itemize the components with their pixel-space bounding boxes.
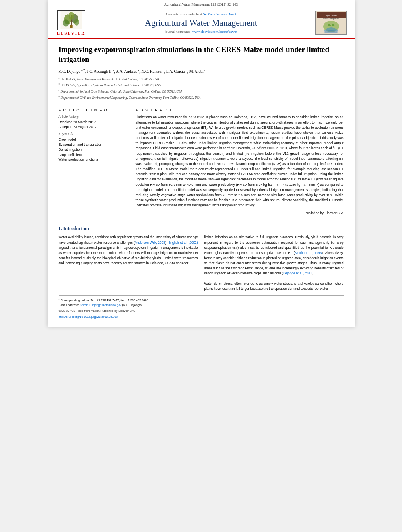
history-label: Article history: [59, 115, 130, 119]
keyword-1: Crop model [59, 137, 130, 142]
article-body: Improving evapotranspiration simulations… [48, 39, 355, 327]
section-title: Introduction [63, 226, 89, 231]
keyword-2: Evaporation and transpiration [59, 142, 130, 147]
footnote-area: * Corresponding author. Tel.: +1 970 492… [59, 295, 344, 319]
email-footnote: E-mail address: Kendall.Dejonge@ars.usda… [59, 303, 344, 307]
published-by: Published by Elsevier B.V. [136, 211, 344, 215]
doi-line: http://dx.doi.org/10.1016/j.agwat.2012.0… [59, 315, 344, 319]
intro-para-1: Water availability issues, combined with… [59, 235, 198, 266]
accepted-date: Accepted 23 August 2012 [59, 125, 130, 129]
journal-top-bar: Agricultural Water Management 115 (2012)… [56, 2, 347, 6]
elsevier-brand-text: ELSEVIER [57, 31, 85, 35]
smith-link[interactable]: Smith et al., 1996 [295, 251, 322, 255]
elsevier-logo: ELSEVIER [56, 10, 87, 35]
email-label: E-mail address: [59, 303, 79, 307]
section-divider [59, 221, 344, 221]
email-link[interactable]: Kendall.Dejonge@ars.usda.gov [80, 303, 122, 307]
affiliation-c: c Department of Soil and Crop Sciences, … [59, 88, 344, 94]
article-info-abstract: A R T I C L E I N F O Article history: R… [59, 106, 344, 215]
journal-main-title: Agricultural Water Management [91, 18, 311, 28]
svg-rect-7 [70, 25, 72, 28]
doi-link[interactable]: http://dx.doi.org/10.1016/j.agwat.2012.0… [59, 315, 118, 319]
journal-banner: ELSEVIER Contents lists available at Sci… [56, 8, 347, 38]
contents-line: Contents lists available at SciVerse Sci… [91, 12, 311, 16]
article-info-heading: A R T I C L E I N F O [59, 108, 130, 112]
homepage-label: journal homepage: [165, 30, 191, 33]
journal-header: Agricultural Water Management 115 (2012)… [48, 0, 355, 39]
svg-point-4 [68, 12, 74, 20]
intro-col-right: limited irrigation as an alternative to … [204, 235, 344, 291]
intro-para-3: Water deficit stress, often referred to … [204, 281, 344, 291]
sciverse-link[interactable]: SciVerse ScienceDirect [203, 12, 236, 16]
received-date: Received 28 March 2012 [59, 120, 130, 124]
svg-text:Agricultural: Agricultural [326, 14, 337, 17]
journal-logo-right: Agricultural Water Management [315, 11, 347, 35]
affiliations: a USDA-ARS, Water Management Research Un… [59, 76, 344, 100]
affiliation-d: d Department of Civil and Environmental … [59, 95, 344, 100]
svg-point-5 [63, 19, 69, 26]
authors-line: K.C. Dejonge a,*, J.C. Ascough II b, A.A… [59, 68, 344, 73]
svg-point-6 [74, 19, 79, 26]
journal-title-center: Contents lists available at SciVerse Sci… [87, 12, 315, 33]
dejonge-link[interactable]: Dejonge et al., 2011 [283, 271, 312, 275]
section-number: 1. [59, 226, 62, 231]
article-info-col: A R T I C L E I N F O Article history: R… [59, 106, 130, 215]
homepage-line: journal homepage: www.elsevier.com/locat… [91, 30, 311, 33]
intro-col-left: Water availability issues, combined with… [59, 235, 198, 291]
issn-line: 0378-3774/$ – see front matter. Publishe… [59, 309, 344, 313]
english-link[interactable]: English et al. (2002) [169, 241, 198, 245]
page: Agricultural Water Management 115 (2012)… [48, 0, 355, 327]
abstract-heading: A B S T R A C T [136, 108, 344, 112]
authors-text: K.C. Dejonge a,*, J.C. Ascough II b, A.A… [59, 69, 206, 74]
homepage-link[interactable]: www.elsevier.com/locate/agwat [192, 30, 237, 33]
intro-title: 1. Introduction [59, 226, 344, 232]
article-title: Improving evapotranspiration simulations… [59, 45, 344, 64]
email-person: (K.C. Dejonge). [122, 303, 143, 307]
affiliation-a: a USDA-ARS, Water Management Research Un… [59, 76, 344, 82]
journal-citation: Agricultural Water Management 115 (2012)… [164, 2, 238, 6]
abstract-col: A B S T R A C T Limitations on water res… [136, 106, 344, 215]
abstract-text: Limitations on water resources for agric… [136, 115, 344, 208]
keyword-3: Deficit irrigation [59, 147, 130, 152]
introduction-section: 1. Introduction Water availability issue… [59, 226, 344, 291]
intro-two-col: Water availability issues, combined with… [59, 235, 344, 291]
contents-label: Contents lists available at [166, 12, 202, 16]
keyword-4: Crop coefficient [59, 152, 130, 158]
keyword-5: Water production functions [59, 157, 130, 162]
intro-para-2: limited irrigation as an alternative to … [204, 235, 344, 276]
svg-point-13 [324, 30, 338, 33]
affiliation-b: b USDA-ARS, Agricultural Systems Researc… [59, 82, 344, 88]
elsevier-tree-icon [57, 10, 85, 30]
anderson-wilk-link[interactable]: Anderson-Wilk, 2008 [135, 241, 165, 245]
keywords-label: Keywords: [59, 132, 130, 136]
corresponding-footnote: * Corresponding author. Tel.: +1 970 492… [59, 298, 344, 302]
svg-text:Water Management: Water Management [323, 18, 339, 20]
